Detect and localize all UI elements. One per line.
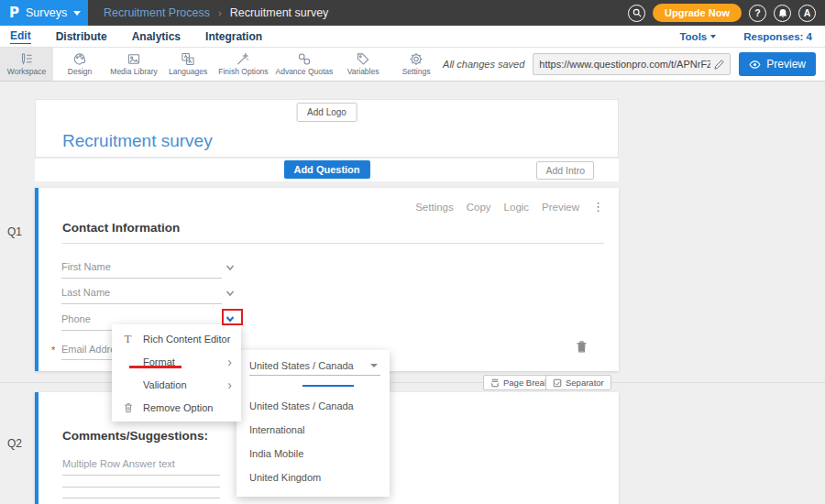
menu-item-format[interactable]: Format › [112, 350, 241, 373]
survey-title[interactable]: Recruitment survey [62, 131, 213, 151]
save-status: All changes saved [443, 59, 524, 70]
chevron-right-icon: › [227, 356, 232, 368]
page-break-label: Page Break [503, 378, 549, 388]
delete-question-button[interactable] [576, 340, 588, 356]
question-title[interactable]: Comments/Suggestions: [62, 429, 208, 443]
tab-distribute[interactable]: Distribute [56, 30, 107, 43]
question-number-q1: Q1 [7, 225, 22, 238]
pencil-icon[interactable] [714, 60, 724, 70]
tool-advance-quotas[interactable]: Advance Quotas [272, 48, 336, 81]
text-format-icon: T [121, 332, 135, 346]
add-logo-button[interactable]: Add Logo [296, 103, 358, 122]
help-icon: ? [754, 7, 760, 18]
menu-item-remove-option[interactable]: Remove Option [112, 396, 241, 419]
responses-link[interactable]: Responses: 4 [743, 31, 812, 42]
option-united-kingdom[interactable]: United Kingdom [236, 466, 390, 489]
field-label-first-name[interactable]: First Name [61, 261, 111, 272]
trash-icon [576, 340, 588, 353]
question-copy-link[interactable]: Copy [467, 202, 491, 213]
upgrade-now-button[interactable]: Upgrade Now [653, 4, 742, 22]
chevron-right-icon: › [227, 378, 232, 391]
media-library-icon [126, 52, 141, 66]
tool-languages[interactable]: Languages [161, 48, 214, 81]
tool-variables[interactable]: Variables [336, 48, 390, 81]
add-question-strip: Add Question Add Intro [35, 158, 619, 181]
option-us-canada[interactable]: United States / Canada [236, 394, 390, 418]
question-preview-link[interactable]: Preview [542, 202, 579, 213]
field-underline [61, 303, 222, 304]
tool-settings[interactable]: Settings [390, 48, 443, 81]
tools-dropdown[interactable]: Tools [679, 31, 716, 42]
add-intro-button[interactable]: Add Intro [536, 161, 594, 180]
preview-label: Preview [766, 58, 806, 71]
annotation-highlight-box [222, 309, 243, 325]
trash-icon [121, 402, 135, 413]
avatar-initial: A [804, 7, 811, 18]
top-bar: P Surveys Recruitment Process › Recruitm… [0, 0, 825, 26]
question-title[interactable]: Contact Information [62, 221, 180, 235]
answer-placeholder[interactable]: Multiple Row Answer text [62, 458, 175, 469]
tool-media-library[interactable]: Media Library [106, 48, 161, 81]
question-logic-link[interactable]: Logic [504, 202, 530, 213]
tool-label: Workspace [7, 67, 46, 76]
surveys-dropdown[interactable]: P Surveys [0, 0, 88, 26]
select-underline [249, 375, 380, 376]
chevron-down-icon [225, 262, 236, 273]
separator-label: Separator [566, 378, 604, 388]
workspace-icon [19, 52, 34, 66]
tab-analytics[interactable]: Analytics [132, 30, 181, 43]
variables-icon [356, 52, 370, 66]
field-label-last-name[interactable]: Last Name [61, 287, 110, 298]
field-dropdown-last-name[interactable] [225, 286, 236, 297]
kebab-menu-icon[interactable]: ⋮ [592, 200, 604, 214]
answer-underline [62, 487, 220, 488]
preview-button[interactable]: Preview [739, 52, 816, 76]
tool-label: Languages [169, 67, 207, 76]
survey-url-field[interactable]: https://www.questionpro.com/t/APNrFZ [533, 53, 731, 75]
search-button[interactable] [628, 5, 645, 22]
question-settings-link[interactable]: Settings [415, 202, 454, 213]
required-asterisk: * [51, 345, 55, 356]
breadcrumb: Recruitment Process › Recruitment survey [88, 0, 328, 26]
help-button[interactable]: ? [749, 5, 766, 22]
settings-icon [409, 52, 424, 66]
answer-underline [62, 475, 220, 476]
chevron-down-icon [73, 11, 81, 16]
annotation-underline [129, 366, 182, 368]
search-icon [632, 8, 642, 17]
notifications-button[interactable] [774, 5, 791, 22]
tab-edit[interactable]: Edit [10, 29, 31, 44]
tool-finish-options[interactable]: Finish Options [214, 48, 272, 81]
menu-item-validation[interactable]: Validation › [112, 373, 241, 396]
select-focus-indicator [302, 385, 354, 387]
tool-label: Variables [347, 67, 380, 76]
option-international[interactable]: International [236, 418, 390, 442]
field-dropdown-first-name[interactable] [225, 260, 236, 271]
tool-design[interactable]: Design [53, 48, 106, 81]
advance-quotas-icon [297, 52, 312, 66]
option-india-mobile[interactable]: India Mobile [236, 442, 390, 466]
separator-button[interactable]: Separator [545, 375, 611, 390]
chevron-down-icon [225, 288, 236, 299]
tool-workspace[interactable]: Workspace [0, 48, 53, 81]
tool-label: Advance Quotas [275, 67, 333, 76]
breadcrumb-parent[interactable]: Recruitment Process [104, 6, 210, 19]
tab-integration[interactable]: Integration [205, 30, 262, 43]
format-submenu: United States / Canada United States / C… [236, 350, 390, 497]
format-options: United States / Canada International Ind… [236, 394, 390, 489]
menu-item-rich-content-editor[interactable]: T Rich Content Editor [112, 327, 241, 350]
avatar[interactable]: A [798, 5, 816, 22]
format-select[interactable]: United States / Canada [249, 360, 354, 371]
nav-right: Tools Responses: 4 [679, 31, 825, 42]
surveys-dropdown-label: Surveys [26, 6, 67, 19]
survey-header-card: Add Logo Recruitment survey [35, 99, 619, 158]
eye-icon [749, 60, 761, 69]
tool-label: Finish Options [218, 67, 268, 76]
divider [62, 243, 604, 244]
editor-toolbar: Workspace Design Media Library Languages… [0, 48, 825, 82]
tool-label: Settings [402, 67, 431, 76]
page-break-icon [490, 378, 500, 388]
add-question-button[interactable]: Add Question [283, 160, 369, 179]
field-label-phone[interactable]: Phone [61, 313, 91, 324]
topbar-actions: Upgrade Now ? A [628, 0, 825, 26]
